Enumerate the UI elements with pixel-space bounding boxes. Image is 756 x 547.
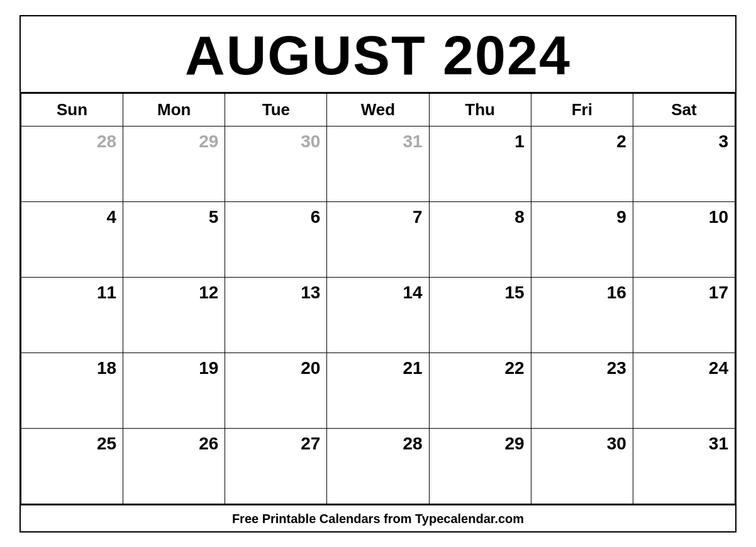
calendar-day[interactable]: 6 [225, 201, 327, 277]
week-row-1: 28293031123 [21, 126, 735, 201]
calendar-day[interactable]: 29 [429, 428, 531, 504]
calendar-day[interactable]: 1 [429, 126, 531, 201]
calendar-day[interactable]: 19 [123, 352, 225, 428]
calendar-day[interactable]: 22 [429, 352, 531, 428]
calendar-day[interactable]: 23 [531, 352, 633, 428]
calendar-day[interactable]: 29 [123, 126, 225, 201]
days-of-week-row: SunMonTueWedThuFriSat [21, 93, 735, 126]
calendar-title: AUGUST 2024 [21, 28, 735, 83]
calendar-header: AUGUST 2024 [21, 16, 735, 93]
week-row-3: 11121314151617 [21, 277, 735, 352]
calendar-grid: SunMonTueWedThuFriSat 282930311234567891… [21, 93, 735, 504]
calendar-day[interactable]: 10 [633, 201, 735, 277]
day-of-week-thu: Thu [429, 93, 531, 126]
calendar-day[interactable]: 30 [531, 428, 633, 504]
calendar-day[interactable]: 13 [225, 277, 327, 352]
calendar-day[interactable]: 21 [327, 352, 429, 428]
calendar-day[interactable]: 11 [21, 277, 123, 352]
day-of-week-sat: Sat [633, 93, 735, 126]
calendar-day[interactable]: 26 [123, 428, 225, 504]
calendar-day[interactable]: 18 [21, 352, 123, 428]
calendar-day[interactable]: 15 [429, 277, 531, 352]
week-row-4: 18192021222324 [21, 352, 735, 428]
calendar-day[interactable]: 20 [225, 352, 327, 428]
calendar-container: AUGUST 2024 SunMonTueWedThuFriSat 282930… [19, 15, 737, 533]
day-of-week-wed: Wed [327, 93, 429, 126]
calendar-day[interactable]: 31 [327, 126, 429, 201]
day-of-week-tue: Tue [225, 93, 327, 126]
calendar-day[interactable]: 2 [531, 126, 633, 201]
calendar-day[interactable]: 3 [633, 126, 735, 201]
day-of-week-sun: Sun [21, 93, 123, 126]
calendar-day[interactable]: 8 [429, 201, 531, 277]
calendar-day[interactable]: 7 [327, 201, 429, 277]
calendar-day[interactable]: 30 [225, 126, 327, 201]
week-row-2: 45678910 [21, 201, 735, 277]
calendar-day[interactable]: 27 [225, 428, 327, 504]
calendar-day[interactable]: 31 [633, 428, 735, 504]
calendar-day[interactable]: 16 [531, 277, 633, 352]
calendar-day[interactable]: 25 [21, 428, 123, 504]
calendar-day[interactable]: 24 [633, 352, 735, 428]
calendar-footer: Free Printable Calendars from Typecalend… [21, 504, 735, 531]
day-of-week-mon: Mon [123, 93, 225, 126]
calendar-day[interactable]: 4 [21, 201, 123, 277]
calendar-day[interactable]: 12 [123, 277, 225, 352]
calendar-day[interactable]: 14 [327, 277, 429, 352]
calendar-day[interactable]: 9 [531, 201, 633, 277]
week-row-5: 25262728293031 [21, 428, 735, 504]
calendar-day[interactable]: 28 [327, 428, 429, 504]
calendar-day[interactable]: 28 [21, 126, 123, 201]
calendar-day[interactable]: 5 [123, 201, 225, 277]
day-of-week-fri: Fri [531, 93, 633, 126]
calendar-day[interactable]: 17 [633, 277, 735, 352]
